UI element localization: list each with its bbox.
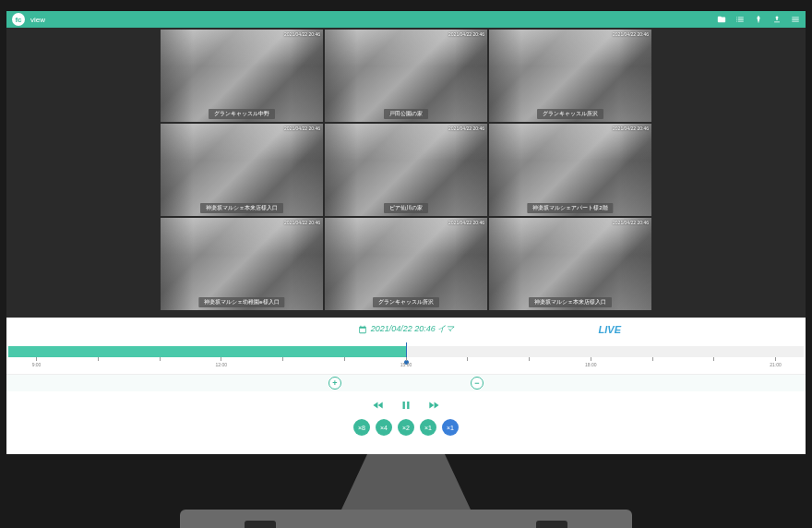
time-display-row: 2021/04/22 20:46 イマ LIVE xyxy=(6,318,806,339)
folder-icon[interactable] xyxy=(717,15,726,24)
camera-feed[interactable]: 2021/04/22 20:46 神楽坂マルシェアパート様2階 xyxy=(489,124,651,216)
camera-timestamp: 2021/04/22 20:46 xyxy=(613,126,649,131)
camera-feed[interactable]: 2021/04/22 20:46 神楽坂マルシェ幼稚園e様入口 xyxy=(161,218,323,310)
camera-timestamp: 2021/04/22 20:46 xyxy=(613,220,649,225)
camera-feed[interactable]: 2021/04/22 20:46 グランキャッスル中野 xyxy=(161,30,323,122)
camera-feed[interactable]: 2021/04/22 20:46 神楽坂マルシェ本来店様入口 xyxy=(161,124,323,216)
camera-timestamp: 2021/04/22 20:46 xyxy=(613,31,649,37)
app-window: fc view 2021/04/22 20:46 グランキャッスル中野 2021… xyxy=(6,11,806,454)
app-title: view xyxy=(30,16,45,24)
tick-label: 12:00 xyxy=(215,362,227,367)
speed-8x-button[interactable]: ×8 xyxy=(353,419,370,436)
camera-feed[interactable]: 2021/04/22 20:46 戸田公園の家 xyxy=(325,30,487,122)
speed-label: ×1 xyxy=(447,425,454,431)
tick-label: 15:00 xyxy=(400,362,412,367)
tick-label: 18:00 xyxy=(585,362,597,367)
tick-label: 21:00 xyxy=(770,362,782,367)
calendar-icon xyxy=(358,325,367,334)
camera-feed[interactable]: 2021/04/22 20:46 グランキャッスル所沢 xyxy=(489,30,651,122)
camera-timestamp: 2021/04/22 20:46 xyxy=(284,31,320,37)
timeline-progress xyxy=(8,346,406,357)
camera-timestamp: 2021/04/22 20:46 xyxy=(284,220,320,225)
monitor-stand-base xyxy=(180,510,632,528)
camera-label: 神楽坂マルシェ幼稚園e様入口 xyxy=(198,297,284,307)
upload-icon[interactable] xyxy=(772,15,782,24)
app-header: fc view xyxy=(6,11,806,28)
list-icon[interactable] xyxy=(735,15,745,24)
zoom-out-button[interactable]: − xyxy=(471,377,484,390)
speed-4x-button[interactable]: ×4 xyxy=(376,419,392,436)
camera-timestamp: 2021/04/22 20:46 xyxy=(448,126,484,131)
rewind-button[interactable] xyxy=(372,399,385,412)
camera-feed[interactable]: 2021/04/22 20:46 グランキャッスル所沢 xyxy=(325,218,487,310)
zoom-controls: + − xyxy=(6,374,806,391)
header-left: fc view xyxy=(12,13,45,26)
camera-label: 神楽坂マルシェ本来店様入口 xyxy=(200,203,283,213)
camera-label: 神楽坂マルシェ本来店様入口 xyxy=(529,297,612,307)
speed-label: ×4 xyxy=(380,425,388,431)
camera-timestamp: 2021/04/22 20:46 xyxy=(448,31,484,37)
camera-feed[interactable]: 2021/04/22 20:46 神楽坂マルシェ本来店様入口 xyxy=(489,218,651,310)
menu-icon[interactable] xyxy=(791,15,800,24)
playback-controls xyxy=(6,391,806,417)
speed-1x-button[interactable]: ×1 xyxy=(420,419,436,436)
speed-label: ×8 xyxy=(358,425,365,431)
camera-feed[interactable]: 2021/04/22 20:46 ピア仙川の家 xyxy=(325,124,487,216)
pause-button[interactable] xyxy=(400,399,412,412)
live-button[interactable]: LIVE xyxy=(599,324,621,335)
camera-grid: 2021/04/22 20:46 グランキャッスル中野 2021/04/22 2… xyxy=(161,30,651,318)
diamond-icon[interactable] xyxy=(754,15,763,24)
speed-1x-active-button[interactable]: ×1 xyxy=(442,419,459,436)
zoom-in-button[interactable]: + xyxy=(328,377,341,390)
camera-viewport: 2021/04/22 20:46 グランキャッスル中野 2021/04/22 2… xyxy=(6,28,806,318)
camera-timestamp: 2021/04/22 20:46 xyxy=(448,220,484,225)
timeline-ticks: 9:00 12:00 15:00 18:00 21:00 xyxy=(8,357,804,370)
camera-label: グランキャッスル所沢 xyxy=(373,297,439,307)
camera-label: ピア仙川の家 xyxy=(384,203,428,213)
camera-label: 神楽坂マルシェアパート様2階 xyxy=(527,203,613,213)
timeline-scrubber[interactable]: 9:00 12:00 15:00 18:00 21:00 xyxy=(8,339,804,374)
current-time-label: 2021/04/22 20:46 イマ xyxy=(358,323,455,335)
camera-label: グランキャッスル中野 xyxy=(209,109,275,119)
camera-timestamp: 2021/04/22 20:46 xyxy=(284,126,320,131)
monitor-stand-neck xyxy=(341,454,471,510)
camera-label: 戸田公園の家 xyxy=(384,109,428,119)
app-logo: fc xyxy=(12,13,25,26)
speed-label: ×2 xyxy=(402,425,410,431)
speed-label: ×1 xyxy=(424,425,432,431)
timeline-panel: 2021/04/22 20:46 イマ LIVE 9:00 12:00 15:0… xyxy=(6,318,806,454)
fast-forward-button[interactable] xyxy=(427,399,440,412)
current-time-text: 2021/04/22 20:46 イマ xyxy=(371,323,455,335)
header-actions xyxy=(717,15,800,24)
camera-label: グランキャッスル所沢 xyxy=(537,109,603,119)
speed-controls: ×8 ×4 ×2 ×1 ×1 xyxy=(6,417,806,438)
speed-2x-button[interactable]: ×2 xyxy=(398,419,414,436)
tick-label: 9:00 xyxy=(32,362,42,367)
